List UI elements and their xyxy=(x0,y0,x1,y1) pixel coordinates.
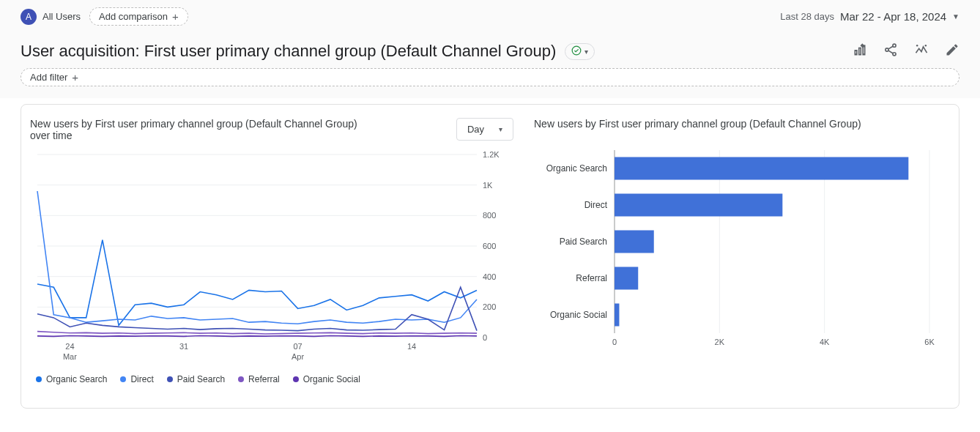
legend-item[interactable]: Organic Search xyxy=(36,374,107,384)
add-filter-button[interactable]: Add filter + xyxy=(21,68,959,86)
svg-text:Organic Social: Organic Social xyxy=(550,310,607,320)
svg-text:0: 0 xyxy=(483,333,487,342)
granularity-select[interactable]: Day ▾ xyxy=(456,118,513,141)
plus-icon: + xyxy=(72,72,78,83)
svg-text:Paid Search: Paid Search xyxy=(560,237,607,247)
svg-rect-44 xyxy=(615,267,638,290)
svg-text:07: 07 xyxy=(293,342,302,351)
bar-chart-title: New users by First user primary channel … xyxy=(534,118,861,130)
legend-item[interactable]: Referral xyxy=(238,374,280,384)
insights-icon[interactable] xyxy=(914,42,929,60)
svg-text:4K: 4K xyxy=(820,338,830,346)
svg-rect-46 xyxy=(615,304,619,327)
svg-rect-40 xyxy=(615,194,782,217)
svg-text:Apr: Apr xyxy=(292,352,304,361)
svg-rect-38 xyxy=(615,157,908,180)
legend-label: Organic Search xyxy=(46,374,107,384)
legend-label: Paid Search xyxy=(177,374,225,384)
svg-text:2K: 2K xyxy=(715,338,725,346)
svg-rect-1 xyxy=(855,51,857,55)
svg-point-0 xyxy=(572,46,581,55)
add-comparison-label: Add comparison xyxy=(99,11,168,22)
svg-text:24: 24 xyxy=(65,342,74,351)
legend-swatch xyxy=(293,376,299,382)
legend-swatch xyxy=(120,376,126,382)
svg-text:Referral: Referral xyxy=(576,273,607,283)
filter-bar: Add filter + xyxy=(0,64,980,98)
svg-text:200: 200 xyxy=(483,302,496,311)
line-chart: 02004006008001K1.2K24Mar3107Apr14 xyxy=(30,147,513,367)
plus-icon: + xyxy=(172,11,179,22)
svg-text:14: 14 xyxy=(407,342,416,351)
all-users-chip[interactable]: A All Users xyxy=(21,9,81,25)
edit-pencil-icon[interactable] xyxy=(945,42,959,60)
add-comparison-button[interactable]: Add comparison + xyxy=(89,7,188,26)
customize-report-icon[interactable] xyxy=(853,42,867,60)
date-range-picker[interactable]: Last 28 days Mar 22 - Apr 18, 2024 ▼ xyxy=(780,10,959,23)
line-chart-title: New users by First user primary channel … xyxy=(30,118,367,141)
charts-container: New users by First user primary channel … xyxy=(21,104,959,409)
svg-text:1K: 1K xyxy=(483,181,493,190)
chevron-down-icon: ▾ xyxy=(584,48,588,56)
title-bar: User acquisition: First user primary cha… xyxy=(0,33,980,64)
bar-chart: 02K4K6KOrganic SearchDirectPaid SearchRe… xyxy=(534,135,944,355)
avatar-icon: A xyxy=(21,9,37,25)
svg-text:Mar: Mar xyxy=(63,352,77,361)
legend-swatch xyxy=(36,376,42,382)
date-range-text: Mar 22 - Apr 18, 2024 xyxy=(840,10,946,23)
svg-text:1.2K: 1.2K xyxy=(483,150,500,159)
legend-label: Organic Social xyxy=(303,374,360,384)
bar-chart-card: New users by First user primary channel … xyxy=(527,118,950,384)
svg-text:800: 800 xyxy=(483,211,496,220)
svg-rect-42 xyxy=(615,231,654,253)
svg-text:Direct: Direct xyxy=(584,200,608,210)
legend-item[interactable]: Paid Search xyxy=(167,374,225,384)
svg-text:400: 400 xyxy=(483,272,496,281)
report-status-chip[interactable]: ▾ xyxy=(565,43,595,60)
legend-item[interactable]: Direct xyxy=(120,374,153,384)
check-circle-icon xyxy=(571,45,582,58)
date-caption: Last 28 days xyxy=(780,11,834,22)
share-icon[interactable] xyxy=(883,42,898,60)
chevron-down-icon: ▼ xyxy=(952,12,959,21)
svg-text:Organic Search: Organic Search xyxy=(546,163,607,174)
svg-text:0: 0 xyxy=(612,338,617,346)
legend-swatch xyxy=(167,376,173,382)
chevron-down-icon: ▾ xyxy=(499,125,502,133)
add-filter-label: Add filter xyxy=(30,72,67,83)
page-title: User acquisition: First user primary cha… xyxy=(21,42,556,61)
svg-text:6K: 6K xyxy=(924,338,935,346)
svg-point-8 xyxy=(916,45,918,47)
svg-point-7 xyxy=(925,45,927,47)
legend-label: Direct xyxy=(130,374,153,384)
legend-swatch xyxy=(238,376,244,382)
granularity-value: Day xyxy=(467,124,484,135)
line-chart-legend: Organic SearchDirectPaid SearchReferralO… xyxy=(30,374,513,384)
legend-label: Referral xyxy=(248,374,280,384)
svg-rect-2 xyxy=(859,48,861,55)
all-users-label: All Users xyxy=(42,11,81,22)
svg-text:600: 600 xyxy=(483,242,496,250)
legend-item[interactable]: Organic Social xyxy=(293,374,360,384)
line-chart-card: New users by First user primary channel … xyxy=(30,118,513,384)
top-bar: A All Users Add comparison + Last 28 day… xyxy=(0,0,980,33)
svg-text:31: 31 xyxy=(179,342,188,351)
